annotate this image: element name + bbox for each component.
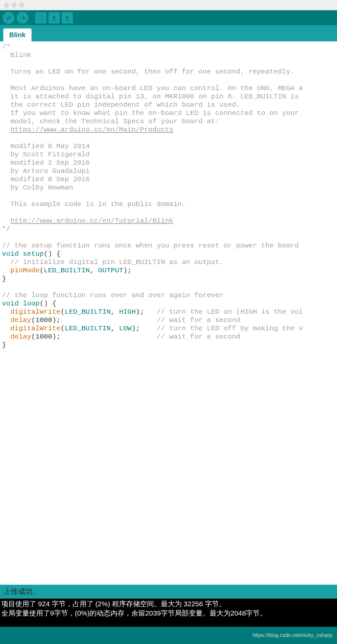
code-comment: If you want to know what pin the on-boar…	[2, 109, 299, 117]
code-text	[2, 267, 10, 274]
code-text: (1000);	[31, 333, 157, 341]
code-comment: modified 2 Sep 2016	[2, 159, 90, 167]
code-comment: modified 8 Sep 2016	[2, 176, 90, 183]
code-comment: // wait for a second	[157, 316, 240, 324]
code-text	[2, 333, 10, 341]
code-comment: // turn the LED off by making the v	[157, 325, 303, 332]
code-text: (	[60, 325, 65, 332]
code-comment: // initialize digital pin LED_BUILTIN as…	[2, 258, 224, 266]
new-sketch-button[interactable]	[35, 12, 46, 24]
code-text: ,	[111, 308, 119, 316]
code-keyword: void	[2, 250, 19, 258]
status-message: 上传成功。	[3, 587, 40, 597]
code-comment: the correct LED pin independent of which…	[2, 101, 240, 109]
svg-rect-2	[65, 20, 70, 21]
code-text: () {	[39, 300, 56, 307]
watermark-text: https://blog.csdn.net/nicky_csharp	[252, 632, 332, 638]
code-comment: Most Arduinos have an on-board LED you c…	[2, 84, 303, 92]
code-comment: // turn the LED on (HIGH is the vol	[157, 308, 303, 316]
code-comment: This example code is in the public domai…	[2, 200, 186, 208]
code-text	[2, 316, 10, 324]
svg-rect-1	[52, 20, 56, 21]
code-text	[2, 325, 10, 332]
svg-rect-0	[38, 15, 43, 21]
code-text: ,	[90, 267, 98, 274]
new-file-icon	[37, 14, 44, 22]
code-function: digitalWrite	[10, 308, 60, 316]
code-comment: model, check the Technical Specs of your…	[2, 118, 219, 125]
upload-button[interactable]	[17, 12, 29, 24]
sketch-tab[interactable]: Blink	[3, 28, 32, 41]
code-constant: LED_BUILTIN	[44, 267, 90, 274]
code-text: ,	[111, 325, 119, 332]
code-function: delay	[10, 316, 31, 324]
code-text: );	[123, 267, 132, 274]
code-comment: it is attached to digital pin 13, on MKR…	[2, 93, 303, 100]
window-titlebar	[0, 0, 337, 10]
code-editor[interactable]: /* Blink Turns an LED on for one second,…	[0, 41, 337, 585]
code-comment: // the setup function runs once when you…	[2, 242, 299, 249]
check-icon	[5, 14, 12, 22]
code-text: );	[136, 308, 157, 316]
code-function: digitalWrite	[10, 325, 60, 332]
tab-bar: Blink	[0, 25, 337, 41]
window-close-button[interactable]	[4, 3, 9, 8]
code-function: delay	[10, 333, 31, 341]
code-constant: LED_BUILTIN	[65, 325, 111, 332]
code-text: }	[2, 341, 6, 349]
code-comment: modified 8 May 2014	[2, 142, 90, 150]
console-line: 项目使用了 924 字节，占用了 (2%) 程序存储空间。最大为 32256 字…	[1, 600, 226, 608]
toolbar	[0, 10, 337, 25]
code-keyword: void	[2, 300, 19, 307]
open-button[interactable]	[48, 12, 60, 24]
code-text	[2, 308, 10, 316]
code-function: pinMode	[10, 267, 39, 274]
code-text: (	[60, 308, 65, 316]
code-link[interactable]: http://www.arduino.cc/en/Tutorial/Blink	[10, 217, 173, 225]
window-zoom-button[interactable]	[19, 3, 24, 8]
code-constant: OUTPUT	[98, 267, 123, 274]
code-comment	[2, 126, 10, 134]
code-function: loop	[19, 300, 39, 307]
bottom-bar: https://blog.csdn.net/nicky_csharp	[0, 627, 337, 644]
status-bar: 上传成功。	[0, 585, 337, 599]
code-comment	[2, 217, 10, 225]
code-comment: /*	[2, 43, 10, 51]
code-text: () {	[44, 250, 60, 258]
code-comment: by Arturo Guadalupi	[2, 167, 90, 175]
code-comment: // wait for a second	[157, 333, 240, 341]
code-comment: Blink	[2, 51, 31, 59]
code-text: );	[132, 325, 157, 332]
code-text: (	[39, 267, 44, 274]
arrow-right-icon	[19, 14, 26, 22]
console-line: 全局变量使用了9字节，(0%)的动态内存，余留2039字节局部变量。最大为204…	[1, 609, 267, 617]
arrow-down-icon	[64, 14, 71, 22]
verify-button[interactable]	[3, 12, 15, 24]
code-constant: LED_BUILTIN	[65, 308, 111, 316]
code-comment: by Scott Fitzgerald	[2, 151, 90, 158]
code-function: setup	[19, 250, 44, 258]
code-text: (1000);	[31, 316, 157, 324]
code-constant: LOW	[119, 325, 132, 332]
code-text: }	[2, 275, 6, 283]
window-minimize-button[interactable]	[12, 3, 17, 8]
code-comment: by Colby Newman	[2, 184, 73, 191]
code-link[interactable]: https://www.arduino.cc/en/Main/Products	[10, 126, 173, 134]
code-comment: */	[2, 225, 10, 233]
code-constant: HIGH	[119, 308, 136, 316]
arrow-up-icon	[50, 14, 58, 22]
code-comment: Turns an LED on for one second, then off…	[2, 68, 295, 76]
code-comment: // the loop function runs over and over …	[2, 292, 224, 299]
save-button[interactable]	[62, 12, 73, 24]
output-console[interactable]: 项目使用了 924 字节，占用了 (2%) 程序存储空间。最大为 32256 字…	[0, 599, 337, 627]
